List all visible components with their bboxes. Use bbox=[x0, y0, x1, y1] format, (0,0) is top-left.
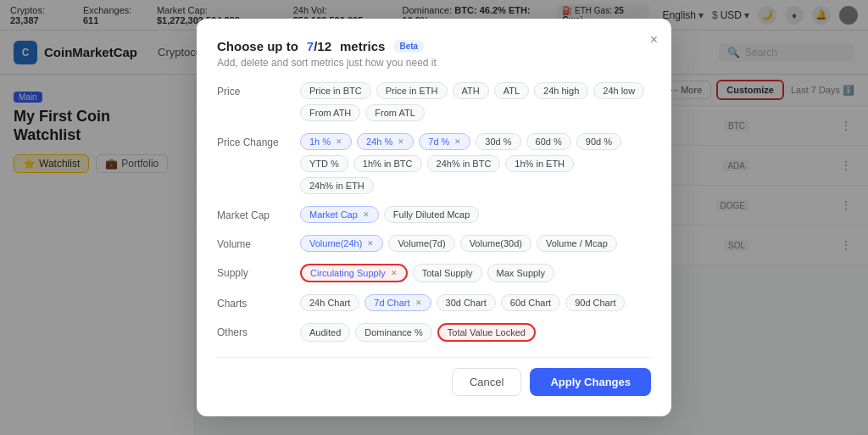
metric-label: Price Change bbox=[217, 133, 293, 148]
metric-tags: Circulating Supply✕Total SupplyMax Suppl… bbox=[300, 264, 651, 282]
modal-beta-badge: Beta bbox=[393, 40, 424, 53]
metric-tag[interactable]: 24h% in BTC bbox=[427, 155, 501, 172]
metric-tag[interactable]: 90d % bbox=[576, 133, 621, 150]
metric-tag[interactable]: Volume(7d) bbox=[388, 235, 454, 252]
metric-label: Price bbox=[217, 82, 293, 98]
metric-row: Market Cap Market Cap✕Fully Diluted Mcap bbox=[217, 206, 651, 223]
metric-tag[interactable]: 90d Chart bbox=[565, 294, 625, 311]
metric-tag[interactable]: 1h% in BTC bbox=[353, 155, 422, 172]
metric-row: Supply Circulating Supply✕Total SupplyMa… bbox=[217, 264, 651, 282]
metric-tag[interactable]: Dominance % bbox=[355, 323, 431, 342]
modal-metrics-label: metrics bbox=[340, 39, 385, 53]
metric-tag[interactable]: Fully Diluted Mcap bbox=[384, 206, 479, 223]
metric-tag[interactable]: ATH bbox=[453, 82, 489, 99]
metric-tag[interactable]: 1h %✕ bbox=[300, 133, 352, 150]
metric-label: Supply bbox=[217, 264, 293, 279]
metric-tags: 1h %✕24h %✕7d %✕30d %60d %90d %YTD %1h% … bbox=[300, 133, 651, 194]
metric-tag[interactable]: 24h %✕ bbox=[357, 133, 414, 150]
metric-tag[interactable]: 60d % bbox=[526, 133, 571, 150]
tag-remove-icon[interactable]: ✕ bbox=[454, 137, 461, 146]
metric-tag[interactable]: 30d % bbox=[476, 133, 520, 150]
apply-changes-button[interactable]: Apply Changes bbox=[530, 368, 651, 396]
metrics-container: Price Price in BTCPrice in ETHATHATL24h … bbox=[217, 82, 651, 342]
metric-tag[interactable]: ATL bbox=[494, 82, 529, 99]
metric-row: Charts 24h Chart7d Chart✕30d Chart60d Ch… bbox=[217, 294, 651, 311]
tag-remove-icon[interactable]: ✕ bbox=[363, 210, 370, 219]
modal-close-button[interactable]: × bbox=[650, 32, 658, 47]
modal-footer: Cancel Apply Changes bbox=[217, 357, 651, 396]
metric-row: Price Price in BTCPrice in ETHATHATL24h … bbox=[217, 82, 651, 121]
metric-tags: Price in BTCPrice in ETHATHATL24h high24… bbox=[300, 82, 651, 121]
metric-tag[interactable]: Audited bbox=[300, 323, 350, 342]
metric-tag[interactable]: 24h Chart bbox=[300, 294, 359, 311]
metric-tag[interactable]: From ATL bbox=[365, 104, 424, 121]
modal-header: Choose up to 7/12 metrics Beta bbox=[217, 39, 651, 53]
modal-overlay: Choose up to 7/12 metrics Beta Add, dele… bbox=[0, 0, 868, 435]
modal-title: Choose up to bbox=[217, 39, 298, 53]
modal-count: 7/12 bbox=[307, 39, 331, 53]
metric-tag[interactable]: 24h% in ETH bbox=[300, 177, 374, 194]
metric-tag[interactable]: Total Supply bbox=[413, 264, 482, 282]
metric-label: Charts bbox=[217, 294, 293, 310]
metric-tag[interactable]: 7d Chart✕ bbox=[364, 294, 431, 311]
metric-tag[interactable]: Volume(30d) bbox=[460, 235, 531, 252]
metric-label: Market Cap bbox=[217, 206, 293, 221]
metric-tag[interactable]: Volume / Mcap bbox=[537, 235, 617, 252]
metric-tag[interactable]: Total Value Locked bbox=[437, 323, 536, 342]
metric-tag[interactable]: 24h low bbox=[593, 82, 644, 99]
customize-modal: Choose up to 7/12 metrics Beta Add, dele… bbox=[197, 19, 671, 416]
tag-remove-icon[interactable]: ✕ bbox=[336, 137, 342, 146]
cancel-button[interactable]: Cancel bbox=[452, 368, 521, 396]
tag-remove-icon[interactable]: ✕ bbox=[391, 269, 398, 277]
metric-label: Volume bbox=[217, 235, 293, 250]
metric-tag[interactable]: Max Supply bbox=[487, 264, 554, 282]
metric-tag[interactable]: 24h high bbox=[534, 82, 588, 99]
metric-tags: AuditedDominance %Total Value Locked bbox=[300, 323, 651, 342]
modal-subtitle: Add, delete and sort metrics just how yo… bbox=[217, 57, 651, 69]
metric-label: Others bbox=[217, 323, 293, 338]
metric-tag[interactable]: 60d Chart bbox=[501, 294, 560, 311]
metric-tags: Market Cap✕Fully Diluted Mcap bbox=[300, 206, 651, 223]
metric-row: Volume Volume(24h)✕Volume(7d)Volume(30d)… bbox=[217, 235, 651, 252]
metric-row: Others AuditedDominance %Total Value Loc… bbox=[217, 323, 651, 342]
metric-tag[interactable]: YTD % bbox=[300, 155, 348, 172]
metric-tags: 24h Chart7d Chart✕30d Chart60d Chart90d … bbox=[300, 294, 651, 311]
metric-tag[interactable]: Circulating Supply✕ bbox=[300, 264, 408, 282]
tag-remove-icon[interactable]: ✕ bbox=[415, 298, 422, 307]
metric-tags: Volume(24h)✕Volume(7d)Volume(30d)Volume … bbox=[300, 235, 651, 252]
tag-remove-icon[interactable]: ✕ bbox=[398, 137, 404, 146]
metric-row: Price Change 1h %✕24h %✕7d %✕30d %60d %9… bbox=[217, 133, 651, 194]
metric-tag[interactable]: 1h% in ETH bbox=[505, 155, 574, 172]
metric-tag[interactable]: 7d %✕ bbox=[419, 133, 470, 150]
metric-tag[interactable]: Price in ETH bbox=[376, 82, 448, 99]
metric-tag[interactable]: Price in BTC bbox=[300, 82, 371, 99]
metric-tag[interactable]: From ATH bbox=[300, 104, 360, 121]
metric-tag[interactable]: Volume(24h)✕ bbox=[300, 235, 383, 252]
metric-tag[interactable]: Market Cap✕ bbox=[300, 206, 379, 223]
tag-remove-icon[interactable]: ✕ bbox=[367, 239, 374, 248]
metric-tag[interactable]: 30d Chart bbox=[437, 294, 496, 311]
